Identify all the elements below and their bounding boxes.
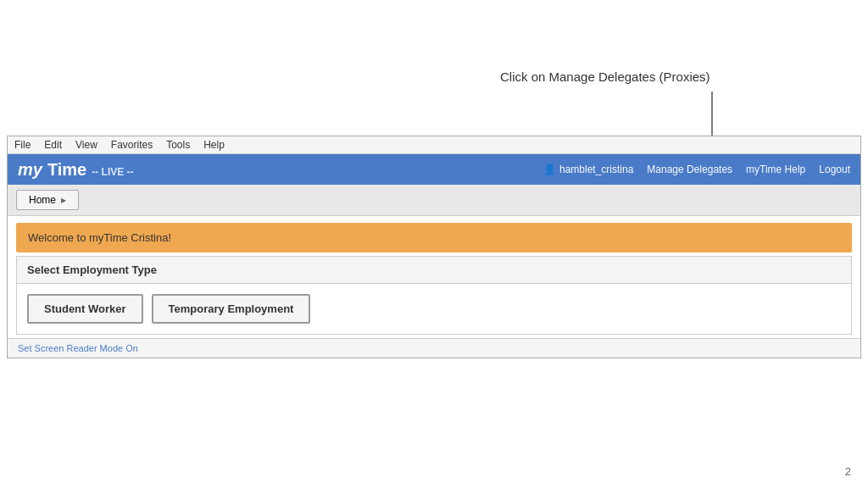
app-title: myTime -- LIVE -- [18,160,134,180]
page-footer[interactable]: Set Screen Reader Mode On [8,338,860,358]
temporary-employment-button[interactable]: Temporary Employment [152,294,311,324]
browser-window: File Edit View Favorites Tools Help myTi… [7,136,861,358]
manage-delegates-link[interactable]: Manage Delegates [647,164,732,175]
employment-section: Select Employment Type Student Worker Te… [16,256,852,335]
app-title-my: my [18,160,42,180]
annotation-text: Click on Manage Delegates (Proxies) [500,69,710,84]
logout-link[interactable]: Logout [819,164,850,175]
nav-actions: 👤 hamblet_cristina Manage Delegates myTi… [543,164,850,175]
menu-help[interactable]: Help [203,139,225,151]
app-title-live: -- LIVE -- [92,166,133,178]
home-button[interactable]: Home [16,190,79,210]
home-bar: Home [8,185,860,216]
menu-view[interactable]: View [75,139,97,151]
menu-favorites[interactable]: Favorites [111,139,153,151]
menu-tools[interactable]: Tools [166,139,190,151]
user-icon: 👤 [543,164,556,175]
employment-buttons: Student Worker Temporary Employment [17,284,851,334]
mytime-help-link[interactable]: myTime Help [746,164,805,175]
employment-header: Select Employment Type [17,257,851,284]
menu-file[interactable]: File [14,139,31,151]
page-number: 2 [845,465,851,478]
top-nav: myTime -- LIVE -- 👤 hamblet_cristina Man… [8,154,860,185]
nav-user: 👤 hamblet_cristina [543,164,633,175]
username-label: hamblet_cristina [559,164,633,175]
menu-bar: File Edit View Favorites Tools Help [8,136,860,154]
app-title-time: Time [47,160,86,180]
welcome-bar: Welcome to myTime Cristina! [16,223,852,252]
menu-edit[interactable]: Edit [44,139,62,151]
student-worker-button[interactable]: Student Worker [27,294,143,324]
